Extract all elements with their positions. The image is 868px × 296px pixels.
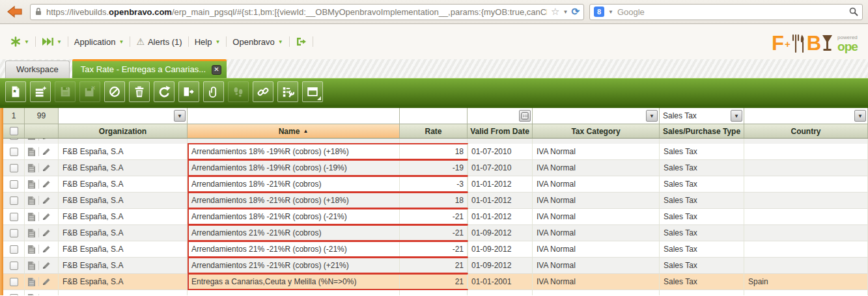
table-row[interactable]: F&B España, S.A Arrendamientos 18% -21%R… xyxy=(3,209,868,225)
logout-button[interactable] xyxy=(296,36,307,47)
column-header-name[interactable]: Name ▲ xyxy=(188,124,400,138)
cell-rate: 21 xyxy=(400,258,468,273)
new-row-button[interactable] xyxy=(30,81,51,102)
cell-valid-from-date: 01-01-2012 xyxy=(468,193,533,208)
column-header-valid-from-date[interactable]: Valid From Date xyxy=(468,124,533,138)
recent-views-menu[interactable]: ▼ xyxy=(42,37,62,46)
url-dropdown-icon[interactable]: ▼ xyxy=(563,9,568,15)
view-toggle-button[interactable] xyxy=(302,81,323,102)
user-menu[interactable]: Openbravo ▼ xyxy=(232,37,283,47)
reload-icon[interactable]: ⟳ xyxy=(571,6,580,18)
edit-pencil-icon[interactable] xyxy=(42,245,51,254)
form-view-icon[interactable] xyxy=(27,277,36,287)
search-icon[interactable] xyxy=(849,7,858,16)
filter-country[interactable]: ▼ xyxy=(744,108,868,124)
row-checkbox[interactable] xyxy=(10,196,18,205)
row-checkbox[interactable] xyxy=(10,213,18,221)
dropdown-icon[interactable]: ▼ xyxy=(731,110,742,122)
cell-name: Arrendamientos 18% -21%R (cobros) xyxy=(188,176,400,192)
edit-pencil-icon[interactable] xyxy=(42,277,51,286)
settings-button[interactable] xyxy=(277,81,298,102)
filter-name[interactable] xyxy=(188,108,400,124)
table-row[interactable]: F&B España, S.A Arrendamientos 21% -21%R… xyxy=(3,258,868,274)
filter-organization[interactable]: ▼ xyxy=(59,108,188,124)
calendar-icon[interactable] xyxy=(519,110,531,122)
cell-rate: -21 xyxy=(400,225,468,241)
export-button[interactable] xyxy=(178,81,199,102)
table-row[interactable]: F&B España, S.A Arrendamientos 21% -21%R… xyxy=(3,225,868,241)
logout-icon xyxy=(296,36,307,47)
tab-tax-rate[interactable]: Tax Rate - Entregas a Canarias... ✕ xyxy=(72,59,227,78)
edit-pencil-icon[interactable] xyxy=(42,228,51,237)
new-document-button[interactable]: * xyxy=(5,81,26,102)
edit-pencil-icon[interactable] xyxy=(42,147,51,156)
form-view-icon[interactable] xyxy=(27,212,36,222)
dropdown-icon[interactable]: ▼ xyxy=(646,110,658,122)
column-header-organization[interactable]: Organization xyxy=(59,124,188,138)
column-header-tax-category[interactable]: Tax Category xyxy=(533,124,660,138)
edit-pencil-icon[interactable] xyxy=(42,261,51,270)
application-menu[interactable]: Application ▼ xyxy=(74,37,124,47)
table-row[interactable]: F&B España, S.A Arrendamientos 21% -21%R… xyxy=(3,241,868,258)
column-header-rate[interactable]: Rate xyxy=(400,124,468,138)
attachment-button[interactable] xyxy=(203,81,224,102)
search-box[interactable]: 8 ▼ Google xyxy=(589,4,863,20)
help-menu[interactable]: Help ▼ xyxy=(195,37,221,47)
row-checkbox[interactable] xyxy=(10,278,18,286)
link-button[interactable] xyxy=(253,81,273,102)
cancel-button[interactable] xyxy=(104,81,125,102)
bookmark-star-icon[interactable]: ☆ xyxy=(551,6,559,18)
search-engine-icon[interactable]: 8 xyxy=(594,7,604,17)
refresh-button[interactable] xyxy=(154,81,175,102)
filter-sales-purchase-type[interactable]: Sales Tax ▼ xyxy=(660,108,744,124)
cell-tax-category: IVA Normal xyxy=(533,258,660,273)
filter-tax-category[interactable]: ▼ xyxy=(533,108,660,124)
filter-rate[interactable] xyxy=(400,108,468,124)
row-checkbox[interactable] xyxy=(10,164,18,172)
form-view-icon[interactable] xyxy=(27,228,36,238)
alerts-menu[interactable]: ⚠ Alerts (1) xyxy=(136,36,182,47)
table-row[interactable]: F&B España, S.A Entregas a Canarias,Ceut… xyxy=(3,274,868,290)
workspace-star-menu[interactable]: ▼ xyxy=(10,36,29,47)
row-checkbox[interactable] xyxy=(10,148,18,156)
export-icon xyxy=(182,85,195,98)
address-bar[interactable]: https://livebuilds.openbravo.com/erp_mai… xyxy=(30,4,584,20)
form-view-icon[interactable] xyxy=(27,245,36,254)
search-input[interactable]: Google xyxy=(617,7,845,17)
form-view-icon[interactable] xyxy=(27,147,36,157)
table-row[interactable]: F&B España, S.A Arrendamientos 18% -19%R… xyxy=(3,160,868,176)
partial-row-top xyxy=(0,139,868,144)
back-button[interactable] xyxy=(5,3,25,21)
form-view-icon[interactable] xyxy=(27,196,36,206)
tab-workspace[interactable]: Workspace xyxy=(5,61,70,78)
tax-rate-grid: 1 99 ▼ ▼ Sales Tax ▼ ▼ Organiza xyxy=(0,105,868,295)
dropdown-icon[interactable]: ▼ xyxy=(174,110,186,122)
edit-pencil-icon[interactable] xyxy=(42,180,51,189)
select-all-cell[interactable] xyxy=(3,124,25,138)
row-checkbox[interactable] xyxy=(10,262,18,270)
column-header-sales-purchase-type[interactable]: Sales/Purchase Type xyxy=(660,124,744,138)
edit-pencil-icon[interactable] xyxy=(42,212,51,221)
form-view-icon[interactable] xyxy=(27,163,36,173)
close-tab-icon[interactable]: ✕ xyxy=(212,65,221,75)
cell-valid-from-date: 01-09-2012 xyxy=(468,258,533,273)
table-row[interactable]: F&B España, S.A Arrendamientos 18% -19%R… xyxy=(3,144,868,160)
row-checkbox[interactable] xyxy=(10,229,18,237)
edit-pencil-icon[interactable] xyxy=(42,196,51,205)
cancel-icon xyxy=(108,85,121,98)
row-checkbox[interactable] xyxy=(10,245,18,254)
column-header-country[interactable]: Country xyxy=(744,124,868,138)
table-row[interactable]: F&B España, S.A Arrendamientos 18% -21%R… xyxy=(3,176,868,193)
dropdown-icon[interactable]: ▼ xyxy=(854,110,866,122)
filter-valid-from-date[interactable] xyxy=(468,108,533,124)
edit-pencil-icon[interactable] xyxy=(42,163,51,172)
row-checkbox[interactable] xyxy=(10,180,18,189)
browser-chrome: https://livebuilds.openbravo.com/erp_mai… xyxy=(0,0,868,24)
form-view-icon[interactable] xyxy=(27,180,36,189)
search-engine-dropdown-icon[interactable]: ▼ xyxy=(608,9,613,15)
delete-button[interactable] xyxy=(129,81,150,102)
table-row[interactable]: F&B España, S.A Arrendamientos 18% -21%R… xyxy=(3,193,868,209)
form-view-icon[interactable] xyxy=(27,261,36,271)
select-all-checkbox[interactable] xyxy=(10,127,18,135)
view-toggle-icon xyxy=(306,85,319,98)
